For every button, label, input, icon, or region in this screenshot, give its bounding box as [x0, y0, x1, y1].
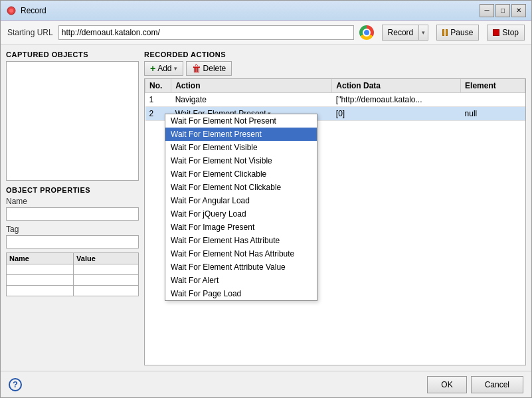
footer: ? OK Cancel	[1, 371, 531, 397]
starting-url-label: Starting URL	[7, 28, 53, 37]
table-row	[7, 286, 139, 296]
help-icon[interactable]: ?	[9, 378, 22, 391]
record-window: Record ─ □ ✕ Starting URL Record ▾ Pause…	[0, 0, 532, 398]
tag-input[interactable]	[6, 235, 139, 249]
captured-objects-list[interactable]	[6, 61, 139, 181]
stop-icon	[493, 29, 499, 36]
dropdown-item[interactable]: Wait For jQuery Load	[165, 207, 317, 221]
prop-name-header: Name	[7, 253, 74, 264]
footer-buttons: OK Cancel	[427, 376, 523, 393]
table-header-row: No. Action Action Data Element	[145, 79, 525, 93]
pause-button[interactable]: Pause	[436, 25, 479, 41]
pause-icon	[442, 29, 448, 36]
dropdown-item[interactable]: Wait For Page Load	[165, 287, 317, 300]
dropdown-item[interactable]: Wait For Element Attribute Value	[165, 260, 317, 274]
action-data-header: Action Data	[332, 79, 461, 93]
tag-label: Tag	[6, 225, 139, 234]
element-header: Element	[461, 79, 525, 93]
row-action: Navigate	[171, 93, 332, 107]
delete-label: Delete	[203, 64, 226, 73]
delete-icon: 🗑	[192, 63, 201, 74]
row-element	[461, 93, 525, 107]
row-element: null	[461, 107, 525, 121]
add-icon: +	[150, 64, 155, 73]
name-input[interactable]	[6, 207, 139, 221]
window-title: Record	[21, 6, 480, 15]
dropdown-item[interactable]: Wait For Element Present	[165, 128, 317, 141]
content-area: CAPTURED OBJECTS OBJECT PROPERTIES Name …	[1, 45, 531, 371]
title-bar: Record ─ □ ✕	[1, 1, 531, 21]
url-input[interactable]	[58, 25, 354, 40]
stop-label: Stop	[502, 28, 519, 37]
cancel-button[interactable]: Cancel	[471, 376, 523, 393]
record-dropdown-arrow: ▾	[422, 29, 425, 36]
window-controls: ─ □ ✕	[480, 4, 526, 17]
row-action-data: ["http://demoaut.katalo...	[332, 93, 461, 107]
toolbar: Starting URL Record ▾ Pause Stop	[1, 21, 531, 45]
action-header: Action	[171, 79, 332, 93]
dropdown-item[interactable]: Wait For Element Clickable	[165, 167, 317, 181]
add-dropdown-arrow: ▾	[174, 65, 177, 72]
action-dropdown-overlay: Wait For Element Not PresentWait For Ele…	[165, 114, 317, 301]
maximize-button[interactable]: □	[495, 4, 510, 17]
close-button[interactable]: ✕	[511, 4, 526, 17]
dropdown-item[interactable]: Wait For Element Not Present	[165, 114, 317, 128]
pause-label: Pause	[450, 28, 473, 37]
delete-button[interactable]: 🗑 Delete	[186, 61, 232, 76]
dropdown-item[interactable]: Wait For Element Not Has Attribute	[165, 247, 317, 260]
record-button-group: Record ▾	[382, 25, 429, 41]
right-panel: RECORDED ACTIONS + Add ▾ 🗑 Delete No.	[144, 50, 526, 365]
actions-toolbar: + Add ▾ 🗑 Delete	[144, 61, 526, 76]
properties-table: Name Value	[6, 252, 139, 296]
dropdown-item[interactable]: Wait For Image Present	[165, 221, 317, 234]
stop-button[interactable]: Stop	[487, 25, 525, 41]
actions-table-container: No. Action Action Data Element 1 Navigat…	[144, 78, 526, 365]
dropdown-item[interactable]: Wait For Element Not Visible	[165, 154, 317, 167]
record-dropdown-button[interactable]: ▾	[418, 25, 428, 41]
captured-objects-section: CAPTURED OBJECTS	[6, 50, 139, 181]
dropdown-item[interactable]: Wait For Element Has Attribute	[165, 234, 317, 247]
pause-bar-right	[446, 29, 448, 36]
table-row[interactable]: 1 Navigate ["http://demoaut.katalo...	[145, 93, 525, 107]
name-label: Name	[6, 197, 139, 206]
dropdown-item[interactable]: Wait For Alert	[165, 274, 317, 287]
dropdown-item[interactable]: Wait For Element Visible	[165, 141, 317, 154]
minimize-button[interactable]: ─	[480, 4, 494, 17]
add-label: Add	[157, 64, 171, 73]
pause-bar-left	[442, 29, 444, 36]
table-row	[7, 264, 139, 275]
svg-point-1	[9, 9, 13, 13]
window-icon	[6, 5, 17, 16]
object-properties-section: OBJECT PROPERTIES Name Tag Name Value	[6, 186, 139, 365]
row-action-data: [0]	[332, 107, 461, 121]
no-header: No.	[145, 79, 171, 93]
prop-value-header: Value	[74, 253, 139, 264]
chrome-icon	[359, 25, 374, 40]
dropdown-item[interactable]: Wait For Element Not Clickable	[165, 181, 317, 194]
left-panel: CAPTURED OBJECTS OBJECT PROPERTIES Name …	[6, 50, 139, 365]
record-main-button[interactable]: Record	[382, 25, 419, 41]
object-properties-title: OBJECT PROPERTIES	[6, 186, 139, 194]
ok-button[interactable]: OK	[427, 376, 466, 393]
captured-objects-title: CAPTURED OBJECTS	[6, 50, 139, 58]
row-no: 1	[145, 93, 171, 107]
add-button[interactable]: + Add ▾	[144, 61, 183, 76]
dropdown-item[interactable]: Wait For Angular Load	[165, 194, 317, 207]
recorded-actions-title: RECORDED ACTIONS	[144, 50, 526, 58]
table-row	[7, 275, 139, 286]
